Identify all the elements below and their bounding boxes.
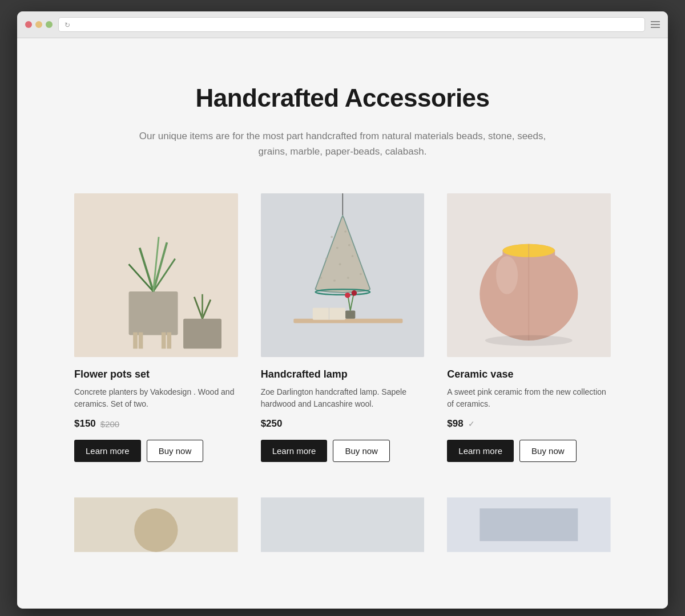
products-grid-bottom <box>29 496 656 553</box>
learn-more-button-lamp[interactable]: Learn more <box>261 440 328 462</box>
svg-point-22 <box>339 264 341 266</box>
learn-more-button-flower-pots[interactable]: Learn more <box>74 440 141 462</box>
browser-menu-icon[interactable] <box>651 21 660 28</box>
product-desc-lamp: Zoe Darlington handcrafted lamp. Sapele … <box>261 386 425 410</box>
product-image-vase <box>447 193 611 357</box>
product-name-lamp: Handcrafted lamp <box>261 368 425 380</box>
products-grid: Flower pots set Concrete planters by Vak… <box>29 193 656 479</box>
svg-point-27 <box>360 273 362 275</box>
svg-point-35 <box>345 293 350 298</box>
address-bar[interactable]: ↻ <box>58 17 645 32</box>
buy-now-button-flower-pots[interactable]: Buy now <box>147 440 204 462</box>
svg-point-43 <box>485 335 573 346</box>
product-actions-flower-pots: Learn more Buy now <box>74 440 238 462</box>
product-card-bottom-1 <box>63 496 249 553</box>
svg-point-36 <box>351 290 357 296</box>
browser-dot-green[interactable] <box>46 21 53 28</box>
svg-point-26 <box>347 277 349 279</box>
browser-dot-yellow[interactable] <box>35 21 42 28</box>
product-img-plant <box>74 193 238 357</box>
buy-now-button-lamp[interactable]: Buy now <box>333 440 390 462</box>
learn-more-button-vase[interactable]: Learn more <box>447 440 514 462</box>
svg-point-20 <box>348 244 350 246</box>
svg-point-24 <box>320 277 322 279</box>
product-card-bottom-3 <box>436 496 622 553</box>
price-current-lamp: $250 <box>261 418 283 429</box>
product-image-bottom-3 <box>447 496 611 553</box>
product-card-bottom-2 <box>249 496 436 553</box>
price-note-vase: ✓ <box>468 419 475 428</box>
svg-rect-48 <box>480 508 578 541</box>
page-title: Handcrafted Accessories <box>137 84 548 112</box>
product-name-vase: Ceramic vase <box>447 368 611 380</box>
product-card-lamp: Handcrafted lamp Zoe Darlington handcraf… <box>249 193 436 479</box>
svg-point-23 <box>351 255 353 257</box>
svg-point-25 <box>333 279 336 282</box>
buy-now-button-vase[interactable]: Buy now <box>519 440 577 462</box>
svg-point-18 <box>344 230 346 233</box>
svg-rect-2 <box>133 333 138 349</box>
browser-chrome: ↻ <box>17 11 668 38</box>
svg-rect-46 <box>261 497 425 552</box>
page-subtitle: Our unique items are for the most part h… <box>137 128 548 159</box>
svg-rect-1 <box>129 291 178 335</box>
page-content: Handcrafted Accessories Our unique items… <box>17 38 668 609</box>
product-desc-vase: A sweet pink ceramic from the new collec… <box>447 386 611 410</box>
svg-point-19 <box>336 247 339 249</box>
product-pricing-lamp: $250 <box>261 418 425 429</box>
product-actions-lamp: Learn more Buy now <box>261 440 425 462</box>
browser-window: ↻ Handcrafted Accessories Our unique ite… <box>17 11 668 609</box>
product-img-vase <box>447 193 611 357</box>
svg-point-17 <box>331 236 333 238</box>
svg-rect-32 <box>345 311 355 319</box>
svg-rect-4 <box>162 333 166 349</box>
product-image-lamp <box>261 193 425 357</box>
product-img-lamp <box>261 193 425 357</box>
product-pricing-vase: $98 ✓ <box>447 418 611 429</box>
refresh-icon: ↻ <box>65 21 71 28</box>
product-card-vase: Ceramic vase A sweet pink ceramic from t… <box>436 193 622 479</box>
product-desc-flower-pots: Concrete planters by Vakodesign . Wood a… <box>74 386 238 410</box>
svg-point-45 <box>134 508 178 552</box>
browser-dots <box>25 21 53 28</box>
svg-rect-5 <box>167 333 171 349</box>
product-card-flower-pots: Flower pots set Concrete planters by Vak… <box>63 193 249 479</box>
price-current-vase: $98 <box>447 418 463 429</box>
svg-rect-29 <box>293 319 402 323</box>
product-pricing-flower-pots: $150 $200 <box>74 418 238 429</box>
price-current-flower-pots: $150 <box>74 418 96 429</box>
svg-point-21 <box>325 258 327 260</box>
svg-point-42 <box>496 256 518 294</box>
product-image-bottom-2 <box>261 496 425 553</box>
product-image-bottom-1 <box>74 496 238 553</box>
hero-section: Handcrafted Accessories Our unique items… <box>114 38 571 193</box>
svg-rect-3 <box>139 333 143 349</box>
price-original-flower-pots: $200 <box>100 419 119 429</box>
product-actions-vase: Learn more Buy now <box>447 440 611 462</box>
product-name-flower-pots: Flower pots set <box>74 368 238 380</box>
svg-rect-11 <box>183 319 221 349</box>
browser-dot-red[interactable] <box>25 21 32 28</box>
product-image-flower-pots <box>74 193 238 357</box>
